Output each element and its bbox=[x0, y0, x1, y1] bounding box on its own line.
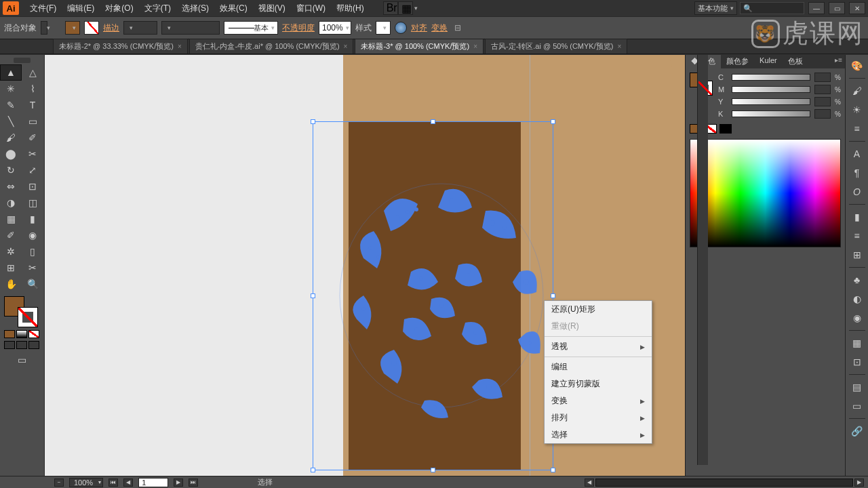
stroke-dock-icon[interactable]: ≡ bbox=[848, 121, 867, 137]
pathfinder-dock-icon[interactable]: ♣ bbox=[848, 272, 867, 288]
stroke-color-box[interactable] bbox=[18, 307, 38, 327]
cm-undo[interactable]: 还原(U)矩形 bbox=[545, 301, 652, 318]
m-value[interactable] bbox=[814, 85, 831, 94]
pencil-tool[interactable]: ✐ bbox=[22, 129, 43, 146]
opacity-label-link[interactable]: 不透明度 bbox=[282, 22, 315, 34]
rotate-tool[interactable]: ↻ bbox=[0, 162, 22, 178]
cm-make-clipping-mask[interactable]: 建立剪切蒙版 bbox=[545, 375, 652, 392]
style-dropdown[interactable] bbox=[376, 21, 391, 35]
minimize-button[interactable]: — bbox=[808, 2, 825, 14]
cm-redo[interactable]: 重做(R) bbox=[545, 318, 652, 335]
resize-handle[interactable] bbox=[311, 119, 315, 124]
menu-edit[interactable]: 编辑(E) bbox=[62, 1, 100, 16]
lasso-tool[interactable]: ⌇ bbox=[22, 81, 43, 97]
swatches-panel-tab[interactable]: 色板 bbox=[783, 55, 808, 68]
stroke-label-link[interactable]: 描边 bbox=[103, 22, 119, 34]
screen-mode-button[interactable]: ▭ bbox=[11, 352, 33, 368]
brushes-dock-icon[interactable]: 🖌 bbox=[848, 83, 867, 99]
resize-handle[interactable] bbox=[551, 293, 555, 298]
line-tool[interactable]: ╲ bbox=[0, 113, 22, 129]
magic-wand-tool[interactable]: ✳ bbox=[0, 81, 22, 97]
menu-view[interactable]: 视图(V) bbox=[253, 1, 291, 16]
c-slider[interactable] bbox=[732, 74, 810, 81]
resize-handle[interactable] bbox=[311, 468, 315, 472]
symbols-dock-icon[interactable]: ☀ bbox=[848, 102, 867, 118]
canvas[interactable]: 还原(U)矩形 重做(R) 透视▶ 编组 建立剪切蒙版 变换▶ 排列▶ 选择▶ bbox=[45, 55, 685, 476]
arrange-docs-button[interactable]: ▦ bbox=[398, 1, 413, 15]
k-slider[interactable] bbox=[732, 110, 810, 117]
kuler-panel-tab[interactable]: Kuler bbox=[754, 55, 783, 68]
scissors-tool[interactable]: ✂ bbox=[22, 146, 43, 162]
close-button[interactable]: ✕ bbox=[849, 2, 865, 14]
scroll-right-button[interactable]: ▶ bbox=[854, 479, 864, 487]
width-tool[interactable]: ⇔ bbox=[0, 178, 22, 195]
color-mode-button[interactable] bbox=[4, 330, 15, 338]
links-dock-icon[interactable]: 🔗 bbox=[848, 423, 867, 439]
free-transform-tool[interactable]: ⊡ bbox=[22, 178, 43, 195]
align-link[interactable]: 对齐 bbox=[411, 22, 427, 34]
type-tool[interactable]: T bbox=[22, 97, 43, 113]
blend-tool[interactable]: ◉ bbox=[22, 227, 43, 243]
search-input[interactable]: 🔍 bbox=[740, 2, 804, 14]
character-dock-icon[interactable]: A bbox=[848, 146, 867, 162]
eyedropper-tool[interactable]: ✐ bbox=[0, 227, 22, 243]
artboards-dock-icon[interactable]: ▭ bbox=[848, 398, 867, 414]
next-artboard-button[interactable]: ▶ bbox=[174, 479, 183, 487]
scale-tool[interactable]: ⤢ bbox=[22, 162, 43, 178]
tab-close-icon[interactable]: × bbox=[617, 43, 621, 50]
paintbrush-tool[interactable]: 🖌 bbox=[0, 129, 22, 146]
direct-selection-tool[interactable]: △ bbox=[22, 64, 43, 81]
color-dock-icon[interactable]: 🎨 bbox=[848, 58, 867, 74]
vertical-scrollbar[interactable] bbox=[697, 55, 708, 465]
cm-perspective[interactable]: 透视▶ bbox=[545, 338, 652, 355]
perspective-tool[interactable]: ◫ bbox=[22, 195, 43, 211]
m-slider[interactable] bbox=[732, 86, 810, 93]
paragraph-dock-icon[interactable]: ¶ bbox=[848, 165, 867, 181]
zoom-dropdown[interactable]: 100% bbox=[69, 478, 103, 487]
document-tab[interactable]: 未标题-3* @ 100% (CMYK/预览)× bbox=[355, 39, 484, 54]
document-tab[interactable]: 古风-定-转区.ai @ 50% (CMYK/预览)× bbox=[485, 39, 627, 54]
appearance-dock-icon[interactable]: ◉ bbox=[848, 310, 867, 326]
selection-bounding-box[interactable] bbox=[313, 121, 553, 470]
scroll-left-button[interactable]: ◀ bbox=[585, 479, 594, 487]
zoom-tool[interactable]: 🔍 bbox=[22, 276, 43, 292]
rectangle-tool[interactable]: ▭ bbox=[22, 113, 43, 129]
panel-menu-icon[interactable]: ▸≡ bbox=[832, 55, 845, 68]
document-tab[interactable]: 未标题-2* @ 33.33% (CMYK/预览)× bbox=[53, 39, 188, 54]
graphic-styles-dock-icon[interactable]: ⊡ bbox=[848, 354, 867, 370]
tab-close-icon[interactable]: × bbox=[473, 43, 477, 50]
opacity-input[interactable]: 100% bbox=[319, 21, 351, 35]
resize-handle[interactable] bbox=[431, 119, 435, 124]
workspace-dropdown[interactable]: 基本功能 bbox=[694, 1, 737, 15]
y-slider[interactable] bbox=[732, 98, 810, 105]
bridge-button[interactable]: Br bbox=[383, 1, 398, 15]
recolor-artwork-button[interactable] bbox=[395, 22, 407, 34]
gradient-tool[interactable]: ▮ bbox=[22, 211, 43, 227]
selection-type-dropdown[interactable] bbox=[41, 21, 47, 35]
resize-handle[interactable] bbox=[551, 468, 555, 472]
draw-normal-button[interactable] bbox=[4, 341, 15, 349]
cm-select[interactable]: 选择▶ bbox=[545, 426, 652, 443]
menu-help[interactable]: 帮助(H) bbox=[331, 1, 370, 16]
zoom-out-button[interactable]: − bbox=[54, 479, 64, 487]
symbol-sprayer-tool[interactable]: ✲ bbox=[0, 243, 22, 260]
shape-builder-tool[interactable]: ◑ bbox=[0, 195, 22, 211]
swatches-dock-icon[interactable]: ▦ bbox=[848, 335, 867, 351]
layers-dock-icon[interactable]: ▤ bbox=[848, 379, 867, 395]
last-artboard-button[interactable]: ⏭ bbox=[189, 479, 198, 487]
artboard-number-input[interactable]: 1 bbox=[138, 478, 168, 487]
document-tab[interactable]: 贵仁礼-内盒-牛皮.ai* @ 100% (CMYK/预览)× bbox=[189, 39, 354, 54]
gradient-mode-button[interactable] bbox=[16, 330, 27, 338]
resize-handle[interactable] bbox=[551, 119, 555, 124]
prev-artboard-button[interactable]: ◀ bbox=[123, 479, 133, 487]
fill-stroke-control[interactable] bbox=[4, 296, 38, 327]
k-value[interactable] bbox=[814, 109, 831, 119]
tab-close-icon[interactable]: × bbox=[178, 43, 182, 50]
stroke-weight-input[interactable] bbox=[123, 21, 157, 35]
panel-stroke-box[interactable] bbox=[698, 81, 713, 96]
hand-tool[interactable]: ✋ bbox=[0, 276, 22, 292]
graph-tool[interactable]: ▯ bbox=[22, 243, 43, 260]
cm-transform[interactable]: 变换▶ bbox=[545, 392, 652, 409]
y-value[interactable] bbox=[814, 97, 831, 106]
transparency-dock-icon[interactable]: ◐ bbox=[848, 291, 867, 307]
